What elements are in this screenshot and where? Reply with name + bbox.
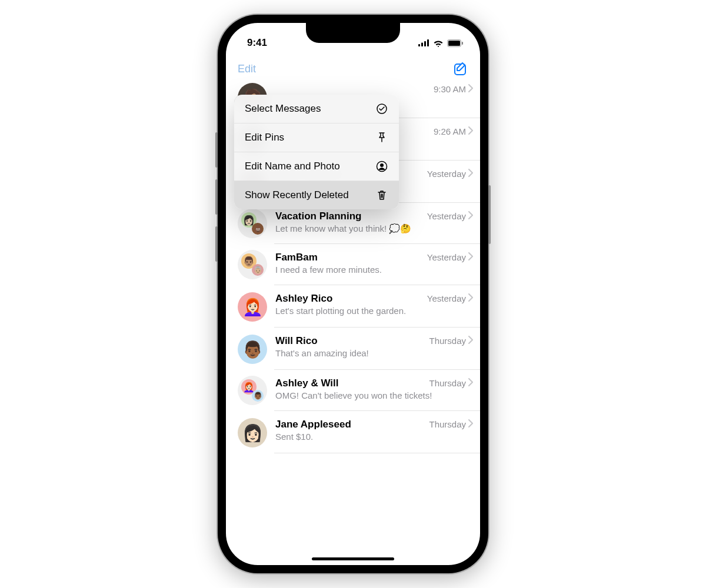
avatar: 👨🏽 👵🏼 <box>238 250 267 279</box>
screen: 9:41 Edit 🧔🏽 <box>226 23 480 565</box>
conversation-preview: Let's start plotting out the garden. <box>275 306 473 316</box>
avatar: 👨🏾 <box>238 335 267 364</box>
checkmark-circle-icon <box>375 103 388 115</box>
conversation-row[interactable]: 👨🏽 👵🏼 FamBam Yesterday I need a few more… <box>226 244 480 285</box>
chevron-right-icon <box>468 293 473 304</box>
conversation-preview: That's an amazing idea! <box>275 348 473 358</box>
conversation-preview: Let me know what you think! 💭🤔 <box>275 223 473 234</box>
person-circle-icon <box>375 161 388 172</box>
conversation-time: Yesterday <box>427 252 466 262</box>
svg-rect-6 <box>462 42 463 45</box>
avatar: 👩🏻 💩 <box>238 209 267 238</box>
menu-item-label: Show Recently Deleted <box>245 189 349 201</box>
device-frame: 9:41 Edit 🧔🏽 <box>218 15 488 573</box>
svg-point-10 <box>380 163 384 167</box>
edit-button[interactable]: Edit <box>238 63 256 75</box>
conversation-name: Jane Appleseed <box>275 419 424 430</box>
svg-rect-2 <box>424 41 426 46</box>
chevron-right-icon <box>468 211 473 222</box>
conversation-row[interactable]: 👨🏾 Will Rico Thursday That's an amazing … <box>226 328 480 370</box>
compose-icon[interactable] <box>453 61 468 76</box>
edit-menu: Select Messages Edit Pins Edit Name and … <box>234 95 399 209</box>
status-indicators <box>418 39 464 47</box>
menu-select-messages[interactable]: Select Messages <box>234 95 399 123</box>
conversation-name: FamBam <box>275 252 422 263</box>
conversation-time: Yesterday <box>427 211 466 221</box>
avatar: 👩🏻 <box>238 418 267 447</box>
svg-rect-5 <box>448 41 460 46</box>
pin-icon <box>375 132 388 143</box>
menu-show-recently-deleted[interactable]: Show Recently Deleted <box>234 181 399 209</box>
battery-icon <box>447 39 464 47</box>
conversation-time: Yesterday <box>427 293 466 303</box>
cellular-icon <box>418 39 429 46</box>
conversation-preview: I need a few more minutes. <box>275 265 473 275</box>
svg-rect-3 <box>427 39 429 46</box>
wifi-icon <box>433 39 444 47</box>
conversation-preview: OMG! Can't believe you won the tickets! <box>275 390 473 400</box>
conversation-time: Thursday <box>429 419 466 429</box>
conversation-name: Vacation Planning <box>275 211 422 222</box>
conversation-row[interactable]: 👩🏻‍🦰 Ashley Rico Yesterday Let's start p… <box>226 285 480 328</box>
home-indicator[interactable] <box>312 557 394 560</box>
chevron-right-icon <box>468 252 473 263</box>
avatar: 👩🏻‍🦰 👨🏾 <box>238 376 267 405</box>
conversation-preview: Sent $10. <box>275 432 473 442</box>
trash-icon <box>375 189 388 201</box>
menu-edit-pins[interactable]: Edit Pins <box>234 123 399 152</box>
chevron-right-icon <box>468 126 473 137</box>
chevron-right-icon <box>468 419 473 430</box>
chevron-right-icon <box>468 336 473 346</box>
chevron-right-icon <box>468 378 473 389</box>
conversation-name: Will Rico <box>275 335 424 347</box>
menu-item-label: Select Messages <box>245 103 321 115</box>
svg-rect-1 <box>421 43 423 47</box>
chevron-right-icon <box>468 84 473 95</box>
conversation-name: Ashley Rico <box>275 293 422 305</box>
menu-item-label: Edit Name and Photo <box>245 161 340 172</box>
status-time: 9:41 <box>247 37 267 49</box>
conversation-row[interactable]: 👩🏻‍🦰 👨🏾 Ashley & Will Thursday OMG! Can'… <box>226 370 480 411</box>
conversation-time: Thursday <box>429 378 466 388</box>
conversation-time: 9:30 AM <box>434 84 466 94</box>
menu-item-label: Edit Pins <box>245 132 284 143</box>
conversation-name: Ashley & Will <box>275 377 424 389</box>
conversation-time: Yesterday <box>427 169 466 179</box>
chevron-right-icon <box>468 169 473 179</box>
conversation-row[interactable]: 👩🏻 Jane Appleseed Thursday Sent $10. <box>226 411 480 453</box>
notch <box>306 23 400 43</box>
menu-edit-name-photo[interactable]: Edit Name and Photo <box>234 152 399 181</box>
conversation-time: Thursday <box>429 336 466 346</box>
conversation-time: 9:26 AM <box>434 126 466 136</box>
avatar: 👩🏻‍🦰 <box>238 292 267 322</box>
svg-rect-0 <box>418 44 420 46</box>
